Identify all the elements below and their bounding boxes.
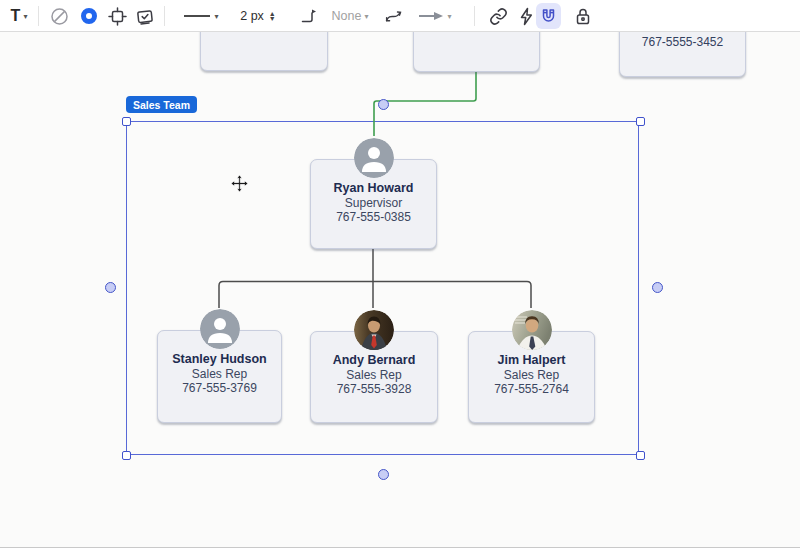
partial-card-middle[interactable] <box>413 32 540 72</box>
partial-card-right[interactable]: 767-5555-3452 <box>619 32 746 77</box>
org-card-stanley-hudson[interactable]: Stanley Hudson Sales Rep 767-555-3769 <box>157 330 282 423</box>
lock-button[interactable] <box>569 3 597 29</box>
curve-connector-button[interactable] <box>380 3 406 29</box>
arrow-end-style-dropdown[interactable]: ▾ <box>408 3 462 29</box>
org-card-andy-bernard[interactable]: Andy Bernard Sales Rep 767-555-3928 <box>310 331 438 423</box>
person-phone: 767-555-0385 <box>311 210 436 225</box>
link-button[interactable] <box>484 3 512 29</box>
canvas[interactable]: Sales Team 767-5555-3452 Ryan Howard Sup… <box>0 32 800 548</box>
chevron-down-icon: ▾ <box>23 12 27 21</box>
stamp-check-icon <box>135 7 155 26</box>
app-window: T ▾ <box>0 0 800 548</box>
curve-connector-icon <box>384 8 403 24</box>
group-label-sales-team[interactable]: Sales Team <box>126 96 197 113</box>
chevron-down-icon: ▾ <box>214 12 218 21</box>
link-icon <box>489 7 508 26</box>
person-name: Ryan Howard <box>311 181 436 196</box>
line-start-style-dropdown[interactable]: None ▾ <box>326 3 374 29</box>
no-fill-icon <box>50 7 69 26</box>
arrow-end-icon <box>418 9 444 23</box>
person-phone: 767-555-3928 <box>311 382 437 397</box>
corner-connector-button[interactable] <box>296 3 322 29</box>
move-cursor-icon <box>231 175 248 192</box>
person-title: Sales Rep <box>158 367 281 382</box>
person-title: Supervisor <box>311 196 436 211</box>
line-start-style-value: None <box>332 9 362 23</box>
partial-card-left[interactable] <box>200 32 328 71</box>
person-phone: 767-555-3769 <box>158 381 281 396</box>
org-card-jim-halpert[interactable]: Jim Halpert Sales Rep 767-555-2764 <box>468 331 595 423</box>
chevron-down-icon: ▾ <box>447 12 451 21</box>
fill-color-blue-icon <box>81 8 97 24</box>
lock-icon <box>574 7 592 26</box>
person-name: Andy Bernard <box>311 353 437 368</box>
avatar-placeholder-icon <box>200 309 240 349</box>
toolbar-divider <box>164 6 165 26</box>
magnet-snap-button[interactable] <box>536 3 561 29</box>
stroke-width-value: 2 px <box>240 9 264 23</box>
person-phone: 767-555-2764 <box>469 382 594 397</box>
avatar-placeholder-icon <box>354 138 394 178</box>
person-title: Sales Rep <box>469 368 594 383</box>
corner-connector-icon <box>300 7 318 25</box>
selection-handle-top-right[interactable] <box>636 117 645 126</box>
avatar-photo-andy-bernard <box>354 310 394 350</box>
crop-frame-icon <box>108 7 127 26</box>
group-label-text: Sales Team <box>133 99 190 111</box>
text-tool-icon: T <box>11 7 21 25</box>
line-style-icon <box>183 11 211 21</box>
connection-point-right[interactable] <box>652 282 663 293</box>
toolbar-divider <box>474 6 475 26</box>
stepper-arrows-icon: ▲▼ <box>269 11 276 21</box>
text-tool-button[interactable]: T ▾ <box>5 3 33 29</box>
avatar-photo-jim-halpert <box>512 310 552 350</box>
connection-point-top[interactable] <box>378 99 389 110</box>
person-title: Sales Rep <box>311 368 437 383</box>
chevron-down-icon: ▾ <box>364 12 368 21</box>
fill-color-swatch-button[interactable] <box>76 3 102 29</box>
crop-frame-button[interactable] <box>104 3 130 29</box>
selection-handle-top-left[interactable] <box>122 117 131 126</box>
partial-card-phone: 767-5555-3452 <box>620 35 745 49</box>
person-name: Stanley Hudson <box>158 352 281 367</box>
stamp-check-button[interactable] <box>132 3 158 29</box>
stroke-width-stepper[interactable]: 2 px ▲▼ <box>234 3 282 29</box>
connection-point-left[interactable] <box>105 282 116 293</box>
lightning-icon <box>518 7 535 26</box>
markup-toolbar: T ▾ <box>0 0 800 32</box>
selection-handle-bottom-left[interactable] <box>122 451 131 460</box>
selection-handle-bottom-right[interactable] <box>636 451 645 460</box>
org-card-ryan-howard[interactable]: Ryan Howard Supervisor 767-555-0385 <box>310 159 437 249</box>
no-fill-button[interactable] <box>46 3 72 29</box>
person-name: Jim Halpert <box>469 353 594 368</box>
connection-point-bottom[interactable] <box>378 469 389 480</box>
toolbar-divider <box>38 6 39 26</box>
magnet-icon <box>540 8 557 25</box>
line-style-dropdown[interactable]: ▾ <box>178 3 224 29</box>
